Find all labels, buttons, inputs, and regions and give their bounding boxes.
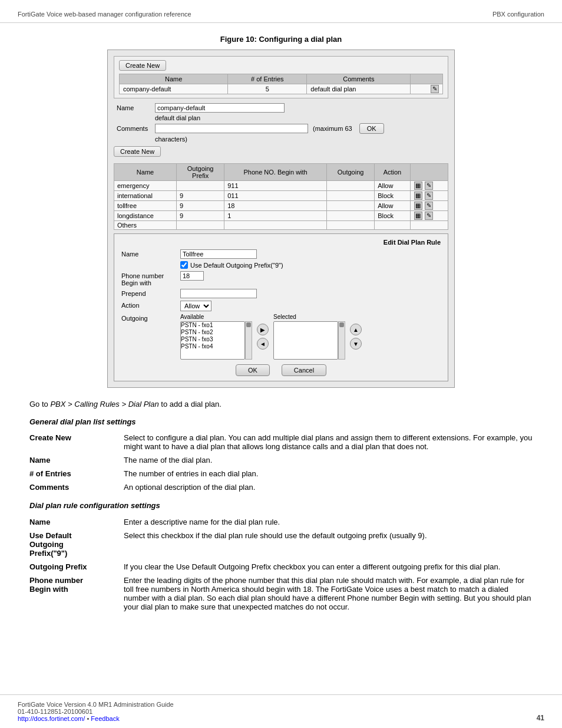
rule-actions xyxy=(410,221,448,230)
edit-icon[interactable]: ▦ xyxy=(414,192,422,200)
dial-table-area: Create New Name # of Entries Comments co… xyxy=(114,56,448,98)
rules-col-outgoing: Outgoing xyxy=(327,164,375,181)
rule-outgoing xyxy=(327,191,375,201)
add-to-selected-button[interactable]: ▶ xyxy=(257,324,269,335)
edit-panel-buttons: OK Cancel xyxy=(121,364,441,376)
move-up-button[interactable]: ▲ xyxy=(350,324,362,335)
footer-link[interactable]: http://docs.fortinet.com/ xyxy=(18,715,85,722)
desc-row-name: Name The name of the dial plan. xyxy=(29,453,533,467)
desc-comments: An optional description of the dial plan… xyxy=(124,480,533,494)
footer-line1: FortiGate Voice Version 4.0 MR1 Administ… xyxy=(18,701,544,708)
ep-action-row: Action Allow Block xyxy=(121,301,441,311)
desc-name: The name of the dial plan. xyxy=(124,453,533,467)
feedback-link[interactable]: Feedback xyxy=(91,715,119,722)
remove-from-selected-button[interactable]: ◄ xyxy=(257,338,269,350)
rule-begin: 1 xyxy=(224,211,327,221)
ep-phone-value xyxy=(180,271,441,281)
edit-icon[interactable]: ▦ xyxy=(414,202,422,210)
edit-panel-title: Edit Dial Plan Rule xyxy=(121,239,441,246)
footer-links: http://docs.fortinet.com/ • Feedback xyxy=(18,715,544,722)
rule-row-international: international 9 011 Block ▦ ✎ xyxy=(114,191,448,201)
footer-doc-number: 01-410-112851-20100601 xyxy=(18,708,92,715)
ep-prepend-input[interactable] xyxy=(180,289,257,298)
edit-panel-cancel-button[interactable]: Cancel xyxy=(282,364,326,376)
row-entries: 5 xyxy=(228,84,307,94)
rules-col-prefix: OutgoingPrefix xyxy=(177,164,224,181)
rule-desc-row-outgoing-prefix: Outgoing Prefix If you clear the Use Def… xyxy=(29,560,533,574)
rule-row-others: Others xyxy=(114,221,448,230)
pencil-icon[interactable]: ✎ xyxy=(425,212,433,220)
screenshot-box: Create New Name # of Entries Comments co… xyxy=(107,50,455,388)
rules-col-name: Name xyxy=(114,164,177,181)
rule-action: Block xyxy=(375,191,411,201)
rules-table: Name OutgoingPrefix Phone NO. Begin with… xyxy=(114,163,448,230)
selected-listbox[interactable] xyxy=(273,321,338,360)
move-down-button[interactable]: ▼ xyxy=(350,338,362,350)
ep-action-label: Action xyxy=(121,301,180,309)
rule-action: Block xyxy=(375,211,411,221)
rule-term-name: Name xyxy=(29,515,124,529)
rule-term-phone-begin: Phone numberBegin with xyxy=(29,574,124,614)
ep-outgoing-label: Outgoing xyxy=(121,314,180,322)
edit-dial-plan-panel: Edit Dial Plan Rule Name Use Default Out… xyxy=(114,233,448,381)
desc-row-entries: # of Entries The number of entries in ea… xyxy=(29,467,533,480)
rules-col-action: Action xyxy=(375,164,411,181)
name-form-area: Name default dial plan Comments (maximum… xyxy=(114,103,448,143)
rule-settings-table: Name Enter a descriptive name for the di… xyxy=(29,515,533,614)
edit-panel-ok-button[interactable]: OK xyxy=(236,364,270,376)
rule-actions: ▦ ✎ xyxy=(410,211,448,221)
rule-name: tollfree xyxy=(114,201,177,211)
ep-phone-input[interactable] xyxy=(180,271,204,281)
ep-outgoing-row: Outgoing Available PSTN - fxo1 PSTN - fx… xyxy=(121,314,441,360)
rule-name: emergency xyxy=(114,181,177,191)
comments-input[interactable] xyxy=(155,124,308,133)
rule-config-heading: Dial plan rule configuration settings xyxy=(29,500,533,512)
name-input[interactable] xyxy=(155,103,285,113)
edit-icon[interactable]: ✎ xyxy=(431,85,439,93)
rule-actions: ▦ ✎ xyxy=(410,201,448,211)
ep-action-select[interactable]: Allow Block xyxy=(180,301,211,311)
rule-begin: 011 xyxy=(224,191,327,201)
chars-label: characters) xyxy=(155,136,187,143)
ep-checkbox-label: Use Default Outgoing Prefix("9") xyxy=(180,261,441,269)
page-footer: FortiGate Voice Version 4.0 MR1 Administ… xyxy=(0,694,562,728)
edit-icon[interactable]: ▦ xyxy=(414,212,422,220)
rule-desc-default-prefix: Select this checkbox if the dial plan ru… xyxy=(124,529,533,560)
chars-row: characters) xyxy=(117,136,445,143)
rule-action xyxy=(375,221,411,230)
ep-action-value: Allow Block xyxy=(180,301,441,311)
rule-begin: 911 xyxy=(224,181,327,191)
rule-prefix: 9 xyxy=(177,211,224,221)
footer-line2: 01-410-112851-20100601 xyxy=(18,708,544,715)
rule-desc-row-default-prefix: Use DefaultOutgoingPrefix("9") Select th… xyxy=(29,529,533,560)
pencil-icon[interactable]: ✎ xyxy=(425,182,433,190)
col-actions xyxy=(411,74,443,84)
available-listbox[interactable]: PSTN - fxo1 PSTN - fxo2 PSTN - fxo3 PSTN… xyxy=(180,321,245,360)
ep-prepend-label: Prepend xyxy=(121,289,180,297)
ok-button-top[interactable]: OK xyxy=(359,123,384,134)
listbox-area: Available PSTN - fxo1 PSTN - fxo2 PSTN -… xyxy=(180,314,441,360)
dial-plan-table: Name # of Entries Comments company-defau… xyxy=(119,74,443,94)
rule-desc-outgoing-prefix: If you clear the Use Default Outgoing Pr… xyxy=(124,560,533,574)
ep-name-input[interactable] xyxy=(180,249,257,259)
edit-icon[interactable]: ▦ xyxy=(414,182,422,190)
desc-entries: The number of entries in each dial plan. xyxy=(124,467,533,480)
max-chars-label: (maximum 63 xyxy=(313,125,352,132)
ep-checkbox-row: Use Default Outgoing Prefix("9") xyxy=(121,261,441,269)
rule-actions: ▦ ✎ xyxy=(410,181,448,191)
rule-outgoing xyxy=(327,201,375,211)
create-new-button-1[interactable]: Create New xyxy=(119,60,166,71)
use-default-prefix-checkbox[interactable] xyxy=(180,261,188,269)
ep-name-label: Name xyxy=(121,249,180,258)
ep-prepend-value xyxy=(180,289,441,298)
rule-desc-row-phone-begin: Phone numberBegin with Enter the leading… xyxy=(29,574,533,614)
desc-row-comments: Comments An optional description of the … xyxy=(29,480,533,494)
pencil-icon[interactable]: ✎ xyxy=(425,192,433,200)
create-new-button-2[interactable]: Create New xyxy=(114,146,161,157)
rules-area: Create New Name OutgoingPrefix Phone NO.… xyxy=(114,146,448,230)
rule-prefix: 9 xyxy=(177,191,224,201)
pencil-icon[interactable]: ✎ xyxy=(425,202,433,210)
term-entries: # of Entries xyxy=(29,467,124,480)
rule-begin: 18 xyxy=(224,201,327,211)
goto-paragraph: Go to PBX > Calling Rules > Dial Plan to… xyxy=(29,398,533,410)
